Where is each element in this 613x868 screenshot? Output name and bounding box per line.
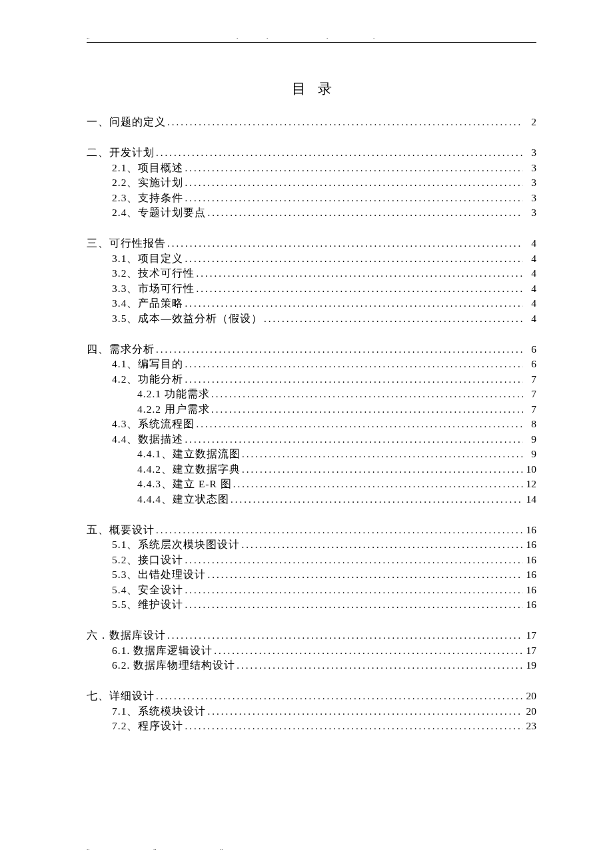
toc-title: 目录 [87,79,536,98]
toc-entry: 2.1、项目概述 3 [87,163,536,173]
toc-entry-page: 17 [523,645,536,656]
toc-entry-page: 4 [523,313,536,324]
toc-entry-page: 16 [523,585,536,595]
header-mark: .. [87,33,90,40]
toc-entry-label: 5.5、维护设计 [112,599,183,610]
toc-entry-page: 6 [523,359,536,369]
toc-entry-label: 4.4.3、建立 E-R 图 [137,479,232,489]
toc-entry-label: 3.4、产品策略 [112,298,183,309]
toc-entry-label: 4.4.2、建立数据字典 [137,464,241,475]
toc-section: 一、问题的定义2 [87,117,536,127]
toc-entry: 4.2、功能分析 7 [87,374,536,385]
toc-entry-page: 17 [523,630,536,641]
toc-entry-page: 8 [523,419,536,429]
toc-entry: 3.4、产品策略 4 [87,298,536,309]
toc-dots [155,691,523,701]
toc-entry-page: 12 [523,479,536,489]
toc-entry: 4.4.4、建立状态图14 [87,494,536,505]
toc-entry-page: 4 [523,268,536,279]
toc-dots [206,570,523,580]
toc-dots [183,299,523,309]
toc-dots [183,721,523,731]
toc-entry: 7.2、程序设计 23 [87,721,536,731]
footer-mark: .. [87,845,90,851]
toc-dots [183,555,523,565]
toc-entry-label: 2.3、支持条件 [112,193,183,203]
toc-section: 五、概要设计165.1、系统层次模块图设计 165.2、接口设计 165.3、出… [87,525,536,611]
toc-entry-label: 七、详细设计 [87,691,155,701]
toc-entry-label: 4.4.4、建立状态图 [137,494,229,505]
toc-dots [155,345,523,355]
toc-entry-page: 2 [523,117,536,127]
toc-entry-page: 3 [523,177,536,188]
toc-entry-page: 7 [523,404,536,415]
toc-entry-label: 2.1、项目概述 [112,163,183,173]
toc-dots [241,449,523,459]
toc-entry-label: 3.5、成本—效益分析（假设） [112,313,263,324]
toc-dots [240,540,523,550]
toc-dots [210,405,523,415]
toc-entry-label: 5.3、出错处理设计 [112,569,206,580]
toc-entry-label: 4.3、系统流程图 [112,419,195,429]
toc-entry-label: 4.2.1 功能需求 [137,389,210,399]
toc-entry-label: 6.1. 数据库逻辑设计 [112,645,213,656]
toc-entry: 六．数据库设计17 [87,630,536,641]
toc-entry-label: 5.1、系统层次模块图设计 [112,539,240,550]
toc-entry: 五、概要设计16 [87,525,536,535]
footer-mark: .. [153,845,157,851]
toc-entry: 4.3、系统流程图 8 [87,419,536,429]
toc-dots [206,707,523,717]
toc-entry-label: 一、问题的定义 [87,117,166,127]
toc-entry-label: 3.1、项目定义 [112,253,183,264]
toc-entry: 3.5、成本—效益分析（假设） 4 [87,313,536,324]
toc-dots [263,314,523,324]
toc-dots [206,208,523,218]
toc-entry-page: 4 [523,253,536,264]
toc-entry: 二、开发计划3 [87,147,536,158]
table-of-contents: 一、问题的定义2二、开发计划32.1、项目概述 32.2、实施计划 32.3、支… [87,117,536,731]
toc-entry: 4.4.3、建立 E-R 图12 [87,479,536,489]
toc-entry-page: 16 [523,555,536,565]
toc-entry-page: 16 [523,569,536,580]
toc-section: 七、详细设计207.1、系统模块设计 207.2、程序设计 23 [87,691,536,731]
toc-entry-page: 20 [523,706,536,717]
toc-entry-label: 二、开发计划 [87,147,155,158]
toc-entry: 七、详细设计20 [87,691,536,701]
toc-dots [183,375,523,385]
toc-entry-label: 4.4、数据描述 [112,434,183,445]
toc-entry: 4.2.2 用户需求7 [87,404,536,415]
toc-entry: 5.4、安全设计 16 [87,585,536,595]
toc-dots [183,585,523,595]
toc-dots [183,435,523,445]
toc-dots [210,389,523,399]
toc-entry-label: 五、概要设计 [87,525,155,535]
toc-entry: 4.2.1 功能需求7 [87,389,536,399]
toc-entry-label: 4.1、编写目的 [112,359,183,369]
toc-entry: 一、问题的定义2 [87,117,536,127]
toc-entry-label: 5.2、接口设计 [112,555,183,565]
toc-entry: 5.5、维护设计 16 [87,599,536,610]
toc-dots [213,646,523,656]
toc-entry: 6.2. 数据库物理结构设计 19 [87,660,536,671]
toc-entry-page: 6 [523,344,536,355]
toc-dots [166,117,523,127]
toc-dots [183,254,523,264]
toc-entry: 7.1、系统模块设计 20 [87,706,536,717]
toc-dots [166,631,523,641]
toc-entry-page: 4 [523,238,536,249]
toc-entry-label: 四、需求分析 [87,344,155,355]
toc-entry-page: 16 [523,525,536,535]
toc-entry-label: 7.1、系统模块设计 [112,706,206,717]
toc-entry-label: 4.4.1、建立数据流图 [137,449,241,459]
toc-entry-page: 20 [523,691,536,701]
toc-dots [232,479,523,489]
toc-dots [183,193,523,203]
toc-entry-label: 2.4、专题计划要点 [112,207,206,218]
toc-entry: 4.4.1、建立数据流图9 [87,449,536,459]
toc-entry: 5.2、接口设计 16 [87,555,536,565]
toc-entry-page: 3 [523,163,536,173]
toc-entry-page: 3 [523,147,536,158]
toc-entry-page: 3 [523,193,536,203]
toc-entry-page: 16 [523,539,536,550]
document-page: .. . . . . 目录 一、问题的定义2二、开发计划32.1、项目概述 32… [0,0,613,785]
